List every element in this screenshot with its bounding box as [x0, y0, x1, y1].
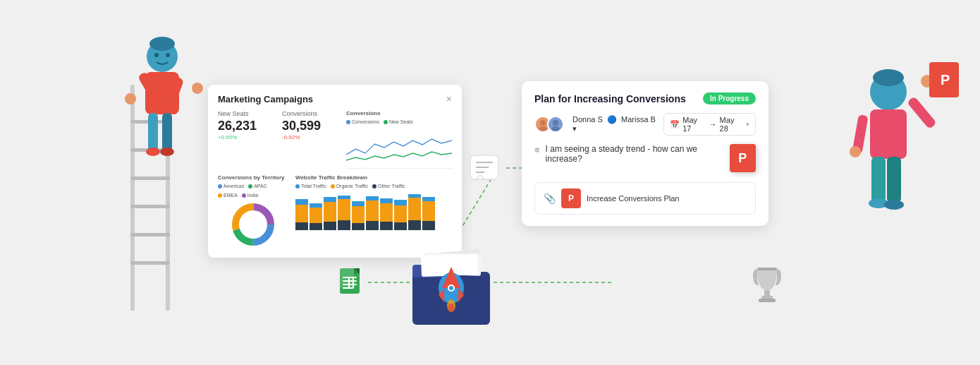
svg-rect-8 — [130, 148, 170, 152]
svg-rect-21 — [162, 113, 172, 152]
metrics-row: New Seats 26,231 +0.95% Conversions 30,5… — [218, 110, 452, 169]
svg-rect-5 — [130, 85, 135, 311]
svg-rect-28 — [870, 109, 907, 159]
bar-segment — [408, 220, 421, 230]
bar-segment — [380, 222, 393, 230]
marketing-campaigns-card: Marketing Campaigns × New Seats 26,231 +… — [208, 85, 462, 258]
bar-segment — [422, 201, 435, 221]
bar-segment — [366, 221, 379, 230]
traffic-chart: Website Traffic Breakdown Total Traffic … — [295, 174, 452, 249]
svg-point-14 — [149, 37, 175, 51]
metric-conversions-label: Conversions — [282, 110, 335, 117]
metric-new-seats-label: New Seats — [218, 110, 271, 117]
bar-segment — [338, 220, 350, 230]
date-range: 📅 May 17 → May 28 ▾ — [663, 113, 756, 136]
bar-group — [338, 196, 350, 231]
svg-rect-9 — [130, 176, 170, 180]
bar-group — [352, 201, 365, 230]
bar-group — [295, 199, 308, 230]
bar-segment — [324, 202, 336, 222]
svg-point-78 — [448, 304, 454, 312]
trophy-icon — [752, 265, 783, 306]
bar-segment — [422, 221, 435, 230]
legend-new-seats: New Seats — [384, 119, 413, 124]
avatar-marissa — [547, 116, 564, 133]
territory-chart-title: Conversions by Territory — [218, 174, 288, 181]
svg-point-38 — [884, 200, 904, 210]
illustration-left — [0, 0, 219, 365]
calendar-icon: 📅 — [670, 120, 680, 129]
metric-new-seats-value: 26,231 — [218, 119, 271, 133]
bar-segment — [394, 200, 407, 205]
bar-group — [380, 198, 393, 230]
message-text: I am seeing a steady trend - how can we … — [546, 144, 724, 164]
svg-rect-17 — [165, 76, 184, 106]
bar-segment — [324, 222, 336, 230]
svg-rect-60 — [343, 287, 353, 289]
svg-point-27 — [873, 69, 904, 86]
date-start: May 17 — [682, 116, 706, 133]
bar-group — [394, 200, 407, 230]
svg-point-22 — [146, 148, 160, 156]
bar-segment — [295, 222, 308, 230]
svg-rect-11 — [130, 233, 170, 237]
date-arrow: → — [709, 120, 717, 128]
bar-group — [408, 194, 421, 230]
svg-point-34 — [850, 146, 861, 157]
conversions-chart-title: Conversions — [346, 110, 452, 116]
assignee-names: Donna S 🔵 Marissa B ▾ — [572, 115, 658, 133]
bar-segment — [310, 223, 322, 230]
svg-rect-12 — [130, 261, 170, 265]
bar-segment — [380, 198, 393, 203]
bar-segment — [310, 208, 322, 223]
svg-rect-82 — [757, 268, 777, 270]
bar-segment — [352, 201, 365, 207]
bar-segment — [352, 206, 365, 222]
bar-segment — [422, 197, 435, 202]
svg-rect-32 — [929, 62, 959, 97]
plan-message: ≡ I am seeing a steady trend - how can w… — [534, 144, 756, 172]
conversions-chart-area: Conversions Conversions New Seats — [346, 110, 452, 169]
plan-card: Plan for Increasing Conversions In Progr… — [522, 81, 768, 226]
svg-rect-7 — [130, 120, 170, 124]
svg-rect-6 — [166, 99, 170, 311]
svg-rect-30 — [907, 96, 937, 129]
svg-point-19 — [192, 83, 203, 94]
svg-point-45 — [540, 120, 546, 126]
territory-legend: Americas APAC EMEA India — [218, 184, 288, 198]
svg-text:P: P — [941, 72, 950, 88]
bar-segment — [352, 223, 365, 230]
center-rocket-box — [405, 240, 497, 335]
metric-new-seats-change: +0.95% — [218, 134, 271, 140]
svg-point-23 — [160, 148, 174, 156]
metric-conversions-value: 30,599 — [282, 119, 335, 133]
territory-chart: Conversions by Territory Americas APAC E… — [218, 174, 288, 249]
svg-point-37 — [869, 198, 888, 208]
svg-point-74 — [449, 286, 453, 290]
legend-conversions: Conversions — [346, 119, 379, 124]
bar-group — [422, 197, 435, 230]
charts-area: Conversions by Territory Americas APAC E… — [218, 174, 452, 249]
svg-rect-62 — [353, 277, 354, 289]
plan-header: Plan for Increasing Conversions In Progr… — [534, 92, 756, 104]
donut-chart — [228, 200, 278, 249]
attachment-row[interactable]: 📎 P Increase Conversions Plan — [534, 182, 756, 215]
chat-bubble-icon — [469, 154, 500, 188]
svg-point-25 — [166, 53, 170, 57]
bar-segment — [338, 199, 350, 220]
svg-point-48 — [553, 120, 558, 126]
metric-conversions: Conversions 30,599 -0.92% — [282, 110, 335, 169]
marketing-card-close[interactable]: × — [446, 93, 452, 104]
svg-rect-20 — [148, 113, 158, 152]
svg-point-24 — [154, 53, 159, 57]
bar-group — [366, 196, 379, 230]
date-end: May 28 — [720, 116, 743, 133]
bar-segment — [408, 198, 421, 220]
bar-segment — [295, 205, 308, 222]
conversions-legend: Conversions New Seats — [346, 119, 452, 124]
svg-point-43 — [240, 212, 266, 237]
plan-title: Plan for Increasing Conversions — [534, 93, 686, 104]
svg-rect-61 — [348, 277, 350, 289]
bar-segment — [310, 203, 322, 208]
bar-segment — [394, 205, 407, 222]
